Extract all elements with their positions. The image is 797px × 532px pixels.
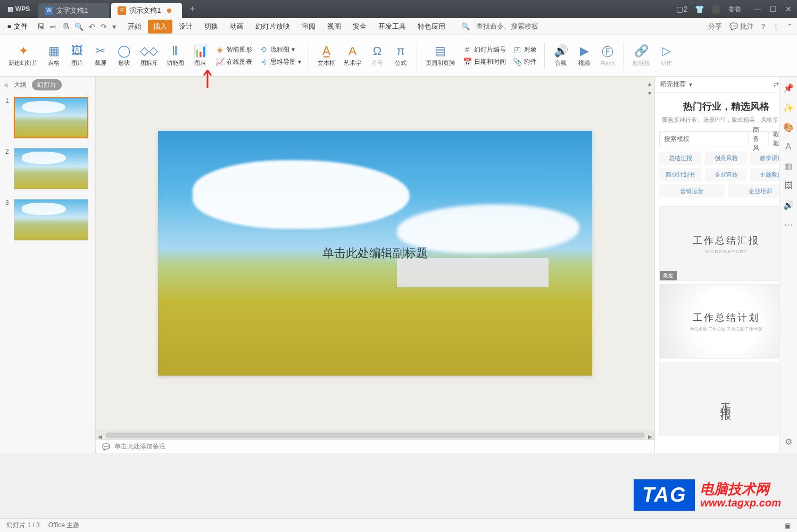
category-creative[interactable]: 创意风格 xyxy=(705,152,748,165)
recent-badge: 最近 xyxy=(660,271,677,280)
settings-icon[interactable]: ⚙ xyxy=(785,437,792,447)
shape-button[interactable]: ◯形状 xyxy=(113,42,135,69)
equation-button[interactable]: π公式 xyxy=(390,42,411,69)
video-icon: ▶ xyxy=(580,44,589,58)
category-enterprise[interactable]: 企业宣传 xyxy=(705,168,748,181)
media-icon[interactable]: 🔊 xyxy=(783,200,794,210)
minimize-button[interactable]: — xyxy=(754,5,761,13)
scroll-right-icon[interactable]: ▸ xyxy=(648,431,652,442)
tab-presentation-1[interactable]: P 演示文稿1 xyxy=(111,3,182,18)
slide-thumbnail-3[interactable] xyxy=(14,199,88,240)
qat-dropdown-icon[interactable]: ▾ xyxy=(112,22,116,31)
chart-button[interactable]: 📊图表 xyxy=(189,42,211,69)
export-icon[interactable]: ⇨ xyxy=(50,22,56,31)
palette-icon[interactable]: 🎨 xyxy=(783,122,794,132)
tab-special[interactable]: 特色应用 xyxy=(412,20,451,34)
image-tool-icon[interactable]: 🖼 xyxy=(784,181,793,190)
icon-lib-icon: ◇◇ xyxy=(140,44,158,58)
datetime-button[interactable]: 📅日期和时间 xyxy=(462,57,506,66)
tab-developer[interactable]: 开发工具 xyxy=(373,20,411,34)
collapse-panel-icon[interactable]: « xyxy=(4,80,9,89)
template-card-1[interactable]: 工作总结汇报 W O R K R E P O R T 最近 xyxy=(659,206,793,281)
save-icon[interactable]: 🖫 xyxy=(37,22,45,31)
preview-icon[interactable]: 🔍 xyxy=(74,22,84,31)
close-button[interactable]: ✕ xyxy=(785,5,792,13)
scroll-left-icon[interactable]: ◂ xyxy=(98,431,102,442)
function-chart-button[interactable]: 𝄃𝄃功能图 xyxy=(163,42,187,69)
scrollbar-thumb[interactable] xyxy=(105,433,645,438)
slide-number-button[interactable]: #幻灯片编号 xyxy=(462,45,506,54)
undo-icon[interactable]: ↶ xyxy=(89,22,95,31)
online-chart-button[interactable]: 📈在线图表 xyxy=(215,57,252,66)
user-avatar-icon[interactable] xyxy=(711,4,721,14)
search-tag-business[interactable]: 商务风 xyxy=(748,132,768,146)
notes-bar[interactable]: 💬 单击此处添加备注 xyxy=(96,439,654,453)
print-icon[interactable]: 🖶 xyxy=(62,22,69,31)
redo-icon[interactable]: ↷ xyxy=(101,22,107,31)
pin-icon[interactable]: 📌 xyxy=(783,83,794,93)
watermark-title: 电脑技术网 xyxy=(700,481,781,497)
table-button[interactable]: ▦表格 xyxy=(43,42,64,69)
slides-view-button[interactable]: 幻灯片 xyxy=(32,79,62,90)
audio-button[interactable]: 🔊音频 xyxy=(550,42,571,69)
maximize-button[interactable]: ☐ xyxy=(770,5,777,13)
picture-button[interactable]: 🖼图片 xyxy=(67,42,88,69)
layout-icon[interactable]: ▥ xyxy=(784,161,792,171)
tab-animation[interactable]: 动画 xyxy=(225,20,249,34)
category-business-plan[interactable]: 商业计划书 xyxy=(659,168,702,181)
template-card-3[interactable]: 工作汇报 xyxy=(659,362,793,436)
attachment-button[interactable]: 📎附件 xyxy=(512,57,537,66)
header-footer-button[interactable]: ▤页眉和页脚 xyxy=(422,42,458,69)
object-button[interactable]: ◰对象 xyxy=(512,45,537,54)
slide-canvas[interactable]: 单击此处编辑副标题 xyxy=(158,131,592,376)
tab-home[interactable]: 开始 xyxy=(122,20,147,34)
help-button[interactable]: ? xyxy=(761,22,765,30)
textbox-icon: A̲ xyxy=(322,44,330,58)
tab-label: 文字文稿1 xyxy=(56,6,88,15)
app-name: WPS xyxy=(15,5,30,13)
tab-security[interactable]: 安全 xyxy=(347,20,372,34)
textbox-button[interactable]: A̲文本框 xyxy=(314,42,338,69)
file-menu-button[interactable]: ≡ 文件 xyxy=(4,22,31,31)
font-icon[interactable]: A xyxy=(785,142,791,152)
search-commands[interactable]: 🔍 查找命令、搜索模板 xyxy=(461,22,538,31)
video-button[interactable]: ▶视频 xyxy=(574,42,595,69)
apparel-icon[interactable]: 👕 xyxy=(695,5,704,13)
new-slide-button[interactable]: ✦新建幻灯片 xyxy=(5,42,41,69)
tab-insert[interactable]: 插入 xyxy=(148,20,172,34)
template-search: 商务风 教育教学 xyxy=(659,131,793,146)
watermark-url: www.tagxp.com xyxy=(700,497,781,509)
icon-library-button[interactable]: ◇◇图标库 xyxy=(137,42,161,69)
tab-slideshow[interactable]: 幻灯片放映 xyxy=(250,20,295,34)
chevron-down-icon[interactable]: ▾ xyxy=(689,81,692,88)
tab-design[interactable]: 设计 xyxy=(173,20,198,34)
collapse-ribbon-button[interactable]: ⌃ xyxy=(787,22,793,30)
template-search-input[interactable] xyxy=(660,132,748,146)
slide-thumbnail-2[interactable] xyxy=(14,148,88,189)
template-card-2[interactable]: 工作总结计划 单位名称 工作总结 工作汇报 工作计划 xyxy=(659,284,793,359)
sparkle-icon[interactable]: ✨ xyxy=(783,103,794,113)
smart-art-button[interactable]: ◈智能图形 xyxy=(215,45,252,54)
tab-document-1[interactable]: W 文字文稿1 xyxy=(38,3,109,18)
wordart-button[interactable]: A艺术字 xyxy=(341,42,364,69)
category-marketing[interactable]: 营销运营 xyxy=(659,185,725,198)
horizontal-scrollbar[interactable]: ◂ ▸ xyxy=(96,430,654,439)
more-button[interactable]: ⋮ xyxy=(773,22,779,30)
add-tab-button[interactable]: + xyxy=(183,4,201,15)
mindmap-button[interactable]: ⊰思维导图 ▾ xyxy=(259,57,301,66)
subtitle-placeholder[interactable]: 单击此处编辑副标题 xyxy=(322,245,428,261)
tab-review[interactable]: 审阅 xyxy=(296,20,321,34)
outline-view-button[interactable]: 大纲 xyxy=(14,80,27,89)
view-normal-icon[interactable]: ▣ xyxy=(785,522,791,529)
pane-settings-icon[interactable]: ⇄ xyxy=(774,81,779,88)
tab-transition[interactable]: 切换 xyxy=(199,20,223,34)
screenshot-button[interactable]: ✂截屏 xyxy=(90,42,111,69)
category-summary[interactable]: 总结汇报 xyxy=(659,152,702,165)
tab-view[interactable]: 视图 xyxy=(322,20,346,34)
slide-thumbnail-1[interactable] xyxy=(14,97,88,138)
more-tools-icon[interactable]: ⋯ xyxy=(784,220,793,230)
comment-button[interactable]: 💬 批注 xyxy=(729,22,754,31)
share-button[interactable]: 分享 xyxy=(708,22,722,31)
flowchart-button[interactable]: ⟲流程图 ▾ xyxy=(259,45,301,54)
badge-icon[interactable]: ▢2 xyxy=(676,5,687,13)
